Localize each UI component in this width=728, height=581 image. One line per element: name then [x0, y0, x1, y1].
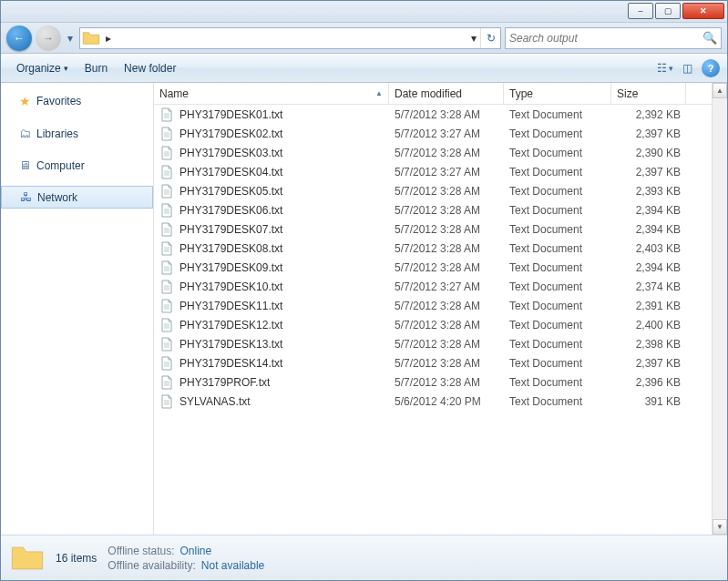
details-pane: 16 items Offline status: Online Offline … [1, 535, 727, 580]
file-name: PHY3179DESK05.txt [179, 185, 282, 198]
column-type[interactable]: Type [504, 83, 611, 104]
file-size: 2,393 KB [611, 185, 686, 198]
scroll-up-button[interactable]: ▲ [713, 83, 727, 98]
file-date: 5/7/2012 3:28 AM [389, 261, 504, 274]
file-row[interactable]: PHY3179DESK08.txt5/7/2012 3:28 AMText Do… [154, 239, 727, 258]
file-type: Text Document [504, 108, 611, 121]
file-date: 5/7/2012 3:28 AM [389, 204, 504, 217]
text-file-icon [159, 280, 174, 294]
file-row[interactable]: PHY3179DESK12.txt5/7/2012 3:28 AMText Do… [154, 315, 727, 334]
organize-button[interactable]: Organize ▾ [8, 57, 77, 79]
back-button[interactable]: ← [6, 25, 32, 51]
column-date[interactable]: Date modified [389, 83, 504, 104]
column-name-label: Name [159, 87, 189, 100]
file-date: 5/7/2012 3:27 AM [389, 280, 504, 293]
offline-status-label: Offline status: [108, 545, 174, 557]
file-name: SYLVANAS.txt [179, 395, 251, 408]
offline-availability-value: Not available [201, 559, 264, 572]
search-box[interactable]: 🔍 [505, 27, 722, 49]
text-file-icon [159, 127, 174, 141]
file-row[interactable]: PHY3179DESK06.txt5/7/2012 3:28 AMText Do… [154, 200, 727, 219]
column-headers: Name ▲ Date modified Type Size [154, 83, 727, 105]
file-name: PHY3179DESK08.txt [179, 242, 282, 255]
file-date: 5/7/2012 3:27 AM [389, 166, 504, 178]
file-size: 2,390 KB [611, 147, 686, 159]
nav-computer[interactable]: 🖥 Computer [1, 155, 153, 176]
new-folder-button[interactable]: New folder [116, 57, 184, 79]
chevron-down-icon: ▾ [669, 64, 673, 73]
help-button[interactable]: ? [702, 59, 720, 77]
file-size: 2,374 KB [611, 280, 686, 293]
file-row[interactable]: PHY3179DESK13.txt5/7/2012 3:28 AMText Do… [154, 334, 727, 353]
refresh-button[interactable]: ↻ [480, 28, 500, 48]
file-row[interactable]: PHY3179DESK14.txt5/7/2012 3:28 AMText Do… [154, 353, 727, 372]
file-name: PHY3179DESK06.txt [179, 204, 282, 217]
file-row[interactable]: PHY3179DESK03.txt5/7/2012 3:28 AMText Do… [154, 143, 727, 162]
offline-status-value: Online [180, 545, 212, 557]
preview-pane-icon: ◫ [682, 62, 692, 75]
file-type: Text Document [504, 223, 611, 236]
folder-icon [10, 541, 45, 576]
preview-pane-button[interactable]: ◫ [676, 57, 698, 79]
close-button[interactable]: ✕ [682, 3, 724, 19]
file-size: 391 KB [611, 395, 686, 408]
nav-network[interactable]: 🖧 Network [1, 186, 153, 209]
file-row[interactable]: PHY3179DESK11.txt5/7/2012 3:28 AMText Do… [154, 296, 727, 315]
file-date: 5/7/2012 3:28 AM [389, 185, 504, 198]
file-name: PHY3179DESK10.txt [179, 280, 282, 293]
chevron-down-icon: ▾ [64, 64, 68, 73]
history-dropdown[interactable]: ▾ [65, 32, 76, 45]
file-size: 2,394 KB [611, 223, 686, 236]
nav-computer-label: Computer [36, 159, 85, 172]
file-row[interactable]: PHY3179DESK01.txt5/7/2012 3:28 AMText Do… [154, 105, 727, 124]
nav-favorites[interactable]: ★ Favorites [1, 90, 153, 112]
search-icon[interactable]: 🔍 [702, 31, 717, 45]
file-type: Text Document [504, 147, 611, 159]
file-row[interactable]: PHY3179DESK04.txt5/7/2012 3:27 AMText Do… [154, 162, 727, 181]
file-row[interactable]: PHY3179DESK10.txt5/7/2012 3:27 AMText Do… [154, 277, 727, 296]
text-file-icon [159, 222, 174, 237]
file-type: Text Document [504, 319, 611, 331]
vertical-scrollbar[interactable]: ▲ ▼ [712, 83, 727, 535]
file-rows: PHY3179DESK01.txt5/7/2012 3:28 AMText Do… [154, 105, 727, 411]
minimize-button[interactable]: – [628, 3, 653, 19]
file-size: 2,403 KB [611, 242, 686, 255]
forward-button[interactable]: → [36, 25, 61, 51]
file-size: 2,398 KB [611, 338, 686, 351]
file-size: 2,391 KB [611, 300, 686, 312]
text-file-icon [159, 356, 174, 371]
column-name[interactable]: Name ▲ [154, 83, 389, 104]
file-row[interactable]: SYLVANAS.txt5/6/2012 4:20 PMText Documen… [154, 392, 727, 411]
file-type: Text Document [504, 395, 611, 408]
scroll-down-button[interactable]: ▼ [713, 519, 727, 535]
burn-button[interactable]: Burn [77, 57, 116, 79]
file-date: 5/7/2012 3:28 AM [389, 357, 504, 370]
file-name: PHY3179DESK04.txt [179, 166, 282, 178]
breadcrumb-arrow[interactable]: ▸ [102, 32, 115, 45]
file-date: 5/7/2012 3:28 AM [389, 108, 504, 121]
address-bar[interactable]: ▸ ▾ ↻ [79, 27, 501, 49]
file-row[interactable]: PHY3179DESK07.txt5/7/2012 3:28 AMText Do… [154, 219, 727, 239]
search-input[interactable] [509, 32, 702, 45]
column-size[interactable]: Size [611, 83, 686, 104]
navigation-bar: ← → ▾ ▸ ▾ ↻ 🔍 [1, 23, 727, 54]
file-type: Text Document [504, 242, 611, 255]
breadcrumb-dropdown[interactable]: ▾ [467, 32, 480, 45]
file-size: 2,397 KB [611, 127, 686, 140]
file-row[interactable]: PHY3179DESK02.txt5/7/2012 3:27 AMText Do… [154, 124, 727, 143]
file-type: Text Document [504, 300, 611, 312]
arrow-left-icon: ← [14, 32, 25, 45]
nav-libraries-label: Libraries [36, 127, 78, 140]
nav-libraries[interactable]: 🗂 Libraries [1, 123, 153, 144]
file-list-pane: Name ▲ Date modified Type Size PHY3179DE… [154, 83, 727, 535]
nav-favorites-label: Favorites [36, 95, 81, 107]
file-row[interactable]: PHY3179DESK09.txt5/7/2012 3:28 AMText Do… [154, 258, 727, 277]
file-row[interactable]: PHY3179DESK05.txt5/7/2012 3:28 AMText Do… [154, 181, 727, 200]
view-options-button[interactable]: ☷ ▾ [654, 57, 676, 79]
file-type: Text Document [504, 261, 611, 274]
text-file-icon [159, 337, 174, 352]
file-date: 5/7/2012 3:28 AM [389, 242, 504, 255]
maximize-button[interactable]: ▢ [655, 3, 681, 19]
file-date: 5/7/2012 3:28 AM [389, 338, 504, 351]
file-row[interactable]: PHY3179PROF.txt5/7/2012 3:28 AMText Docu… [154, 372, 727, 392]
